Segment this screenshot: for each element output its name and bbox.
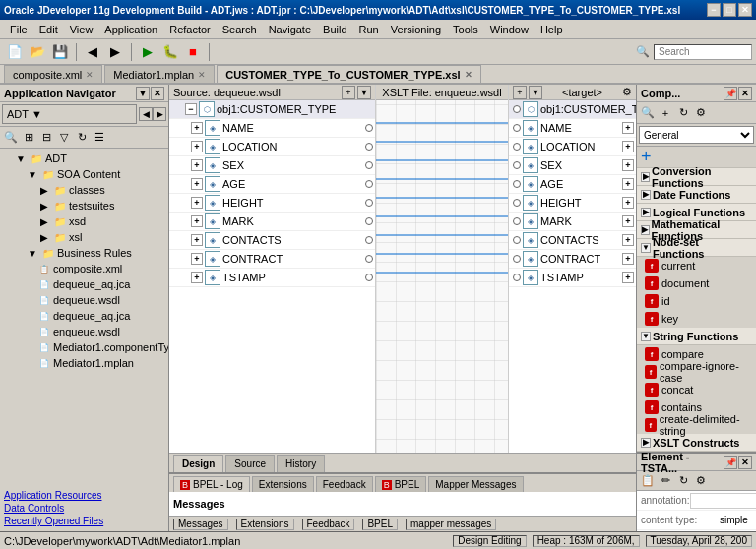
target-expand-age[interactable]: + (622, 178, 634, 190)
target-connector-contacts[interactable] (513, 236, 521, 244)
tree-item-enqueue-wsdl[interactable]: 📄 enqueue.wsdl (2, 324, 166, 339)
target-connector-contract[interactable] (513, 255, 521, 263)
tree-item-xsl[interactable]: ▶ 📁 xsl (2, 229, 166, 245)
comp-close-btn[interactable]: ✕ (738, 87, 752, 100)
section-conversion[interactable]: ▶ Conversion Functions (637, 168, 756, 186)
source-connector-location[interactable] (365, 143, 373, 151)
func-document[interactable]: f document (637, 274, 756, 292)
target-row-age[interactable]: ◈ AGE + (509, 175, 636, 194)
func-current[interactable]: f current (637, 257, 756, 274)
navigator-menu-btn[interactable]: ▼ (136, 87, 150, 100)
tab-design[interactable]: Design (173, 455, 223, 472)
comp-search-btn[interactable]: 🔍 (639, 104, 657, 122)
section-date[interactable]: ▶ Date Functions (637, 186, 756, 204)
maximize-button[interactable]: □ (723, 3, 736, 17)
menu-build[interactable]: Build (317, 22, 352, 37)
tree-menu-btn[interactable]: ☰ (91, 129, 108, 147)
target-root-connector[interactable] (513, 105, 521, 113)
section-string[interactable]: ▼ String Functions (637, 328, 756, 345)
target-connector-sex[interactable] (513, 161, 521, 169)
inspector-close-btn[interactable]: ✕ (738, 456, 752, 469)
source-row-height[interactable]: + ◈ HEIGHT (169, 194, 375, 213)
forward-button[interactable]: ▶ (104, 42, 126, 62)
target-row-tstamp[interactable]: ◈ TSTAMP + (509, 269, 636, 287)
inspector-pin-btn[interactable]: 📌 (724, 456, 737, 469)
target-expand-contract[interactable]: + (622, 253, 634, 265)
target-row-height[interactable]: ◈ HEIGHT + (509, 194, 636, 213)
target-expand-tstamp[interactable]: + (622, 272, 634, 283)
source-expand-sex[interactable]: + (191, 159, 203, 171)
back-button[interactable]: ◀ (82, 42, 103, 62)
save-button[interactable]: 💾 (49, 42, 71, 62)
tab-xslt[interactable]: CUSTOMER_TYPE_To_CUSTOMER_TYPE.xsl ✕ (217, 65, 480, 83)
target-row-contacts[interactable]: ◈ CONTACTS + (509, 231, 636, 250)
log-tab-feedback[interactable]: Feedback (316, 476, 373, 492)
close-tab-composite[interactable]: ✕ (86, 70, 94, 80)
source-row-contract[interactable]: + ◈ CONTRACT (169, 250, 375, 269)
menu-file[interactable]: File (4, 22, 33, 37)
new-button[interactable]: 📄 (4, 42, 26, 62)
source-connector-contract[interactable] (365, 255, 373, 263)
menu-navigate[interactable]: Navigate (263, 22, 317, 37)
tab-source[interactable]: Source (225, 455, 275, 472)
target-row-contract[interactable]: ◈ CONTRACT + (509, 250, 636, 269)
menu-edit[interactable]: Edit (33, 22, 64, 37)
stop-button[interactable]: ■ (182, 42, 204, 62)
func-key[interactable]: f key (637, 310, 756, 328)
source-expand-tstamp[interactable]: + (191, 272, 203, 283)
menu-refactor[interactable]: Refactor (163, 22, 217, 37)
search-input[interactable] (654, 44, 752, 60)
tree-collapse-btn[interactable]: ⊟ (37, 129, 55, 147)
tree-item-dequeue-wsdl[interactable]: 📄 dequeue.wsdl (2, 292, 166, 308)
target-connector-mark[interactable] (513, 217, 521, 225)
log-tab-bpel2[interactable]: B BPEL (375, 476, 427, 492)
source-root-expand[interactable]: − (185, 103, 197, 115)
close-button[interactable]: ✕ (738, 3, 752, 17)
target-row-sex[interactable]: ◈ SEX + (509, 156, 636, 175)
tree-item-mediator-ct[interactable]: 📄 Mediator1.componentType (2, 339, 166, 355)
source-connector-age[interactable] (365, 180, 373, 188)
source-row-mark[interactable]: + ◈ MARK (169, 213, 375, 231)
debug-button[interactable]: 🐛 (159, 42, 181, 62)
menu-help[interactable]: Help (535, 22, 569, 37)
comp-add-btn[interactable]: + (657, 104, 674, 122)
target-menu-btn[interactable]: ▼ (529, 86, 542, 99)
func-id[interactable]: f id (637, 292, 756, 310)
navigator-close-btn[interactable]: ✕ (151, 87, 164, 100)
tab-history[interactable]: History (277, 455, 325, 472)
func-compare-ignore[interactable]: f compare-ignore-case (637, 363, 756, 381)
target-expand-sex[interactable]: + (622, 159, 634, 171)
nav-prev-btn[interactable]: ◀ (139, 107, 153, 121)
inspector-tb3[interactable]: ↻ (674, 472, 692, 490)
open-button[interactable]: 📂 (27, 42, 48, 62)
target-connector-age[interactable] (513, 180, 521, 188)
source-menu-btn[interactable]: ▼ (357, 86, 371, 99)
log-tab-mapper[interactable]: Mapper Messages (428, 476, 523, 492)
source-expand-contacts[interactable]: + (191, 234, 203, 246)
source-connector-contacts[interactable] (365, 236, 373, 244)
toggle-math[interactable]: ▶ (641, 225, 650, 235)
target-connector-location[interactable] (513, 143, 521, 151)
toggle-nodeset[interactable]: ▼ (641, 243, 651, 253)
tree-item-soa[interactable]: ▼ 📁 SOA Content (2, 166, 166, 182)
add-function-icon[interactable]: + (641, 147, 652, 167)
tree-item-adt[interactable]: ▼ 📁 ADT (2, 151, 166, 166)
target-expand-name[interactable]: + (622, 122, 634, 134)
target-connector-tstamp[interactable] (513, 274, 521, 281)
log-tab-bpel[interactable]: B BPEL - Log (173, 476, 250, 492)
target-expand-mark[interactable]: + (622, 215, 634, 227)
source-row-sex[interactable]: + ◈ SEX (169, 156, 375, 175)
tree-search-btn[interactable]: 🔍 (2, 129, 20, 147)
toggle-string[interactable]: ▼ (641, 332, 651, 341)
source-row-tstamp[interactable]: + ◈ TSTAMP (169, 269, 375, 287)
tree-item-dequeue-jca[interactable]: 📄 dequeue_aq.jca (2, 276, 166, 292)
toggle-xslt[interactable]: ▶ (641, 438, 651, 448)
tree-expand-btn[interactable]: ⊞ (20, 129, 37, 147)
close-tab-mediator[interactable]: ✕ (198, 70, 206, 80)
target-settings-btn[interactable]: ⚙ (622, 86, 632, 98)
source-expand-mark[interactable]: + (191, 215, 203, 227)
tree-filter-btn[interactable]: ▽ (55, 129, 73, 147)
tree-item-mediator-mplan[interactable]: 📄 Mediator1.mplan (2, 355, 166, 371)
target-expand-contacts[interactable]: + (622, 234, 634, 246)
source-row-location[interactable]: + ◈ LOCATION (169, 138, 375, 156)
